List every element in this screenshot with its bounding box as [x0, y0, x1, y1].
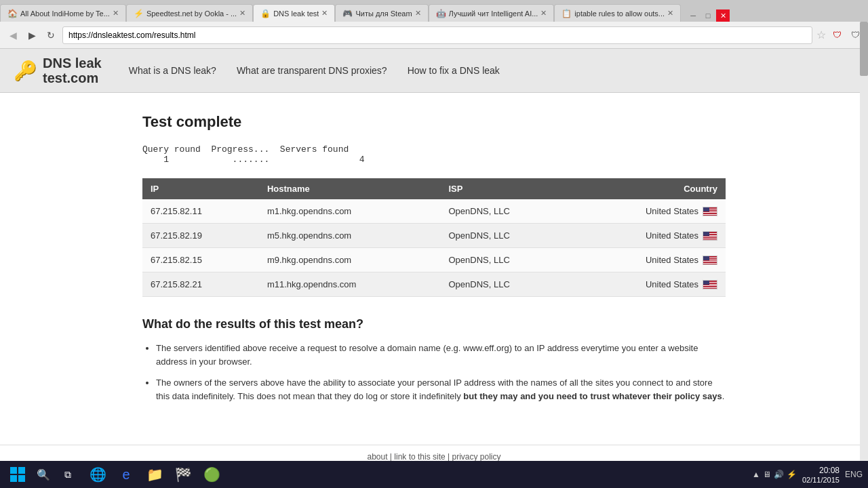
site-logo[interactable]: 🔑 DNS leaktest.com	[14, 56, 102, 85]
country-name: United States	[646, 255, 698, 265]
tab-close-1[interactable]: ✕	[113, 9, 119, 18]
cell-country: United States	[574, 199, 726, 224]
tab-favicon-1: 🏠	[7, 9, 17, 18]
window-controls: ─ □ ✕	[686, 9, 730, 22]
taskbar-app-chrome[interactable]: 🟢	[198, 462, 225, 468]
cell-hostname: m11.hkg.opendns.com	[259, 272, 441, 297]
tab-title-5: Лучший чит Intelligent AI...	[449, 9, 538, 18]
results-meaning-list: The servers identified above receive a r…	[142, 342, 726, 403]
taskbar-app-explorer[interactable]: 📁	[141, 462, 168, 468]
svg-rect-0	[10, 467, 17, 468]
website-container: 🔑 DNS leaktest.com What is a DNS leak? W…	[0, 49, 868, 468]
address-input[interactable]	[62, 26, 812, 44]
table-row: 67.215.82.11m1.hkg.opendns.comOpenDNS, L…	[142, 199, 726, 224]
tab-title-6: iptable rules to allow outs...	[574, 9, 665, 18]
minimize-button[interactable]: ─	[686, 9, 700, 22]
tab-close-2[interactable]: ✕	[239, 9, 245, 18]
table-row: 67.215.82.21m11.hkg.opendns.comOpenDNS, …	[142, 272, 726, 297]
nav-transparent-proxies[interactable]: What are transparent DNS proxies?	[237, 65, 387, 76]
us-flag-icon	[703, 280, 717, 289]
tab-favicon-4: 🎮	[342, 9, 352, 18]
taskbar-apps: 🌐 e 📁 🏁 🟢	[84, 462, 225, 468]
maximize-button[interactable]: □	[701, 9, 715, 22]
cell-isp: OpenDNS, LLC	[441, 248, 574, 272]
page-title: Test complete	[142, 113, 726, 131]
site-nav: What is a DNS leak? What are transparent…	[129, 65, 500, 76]
cell-isp: OpenDNS, LLC	[441, 224, 574, 248]
col-header-ip: IP	[142, 178, 259, 199]
footer-about-link[interactable]: about	[367, 452, 387, 462]
nav-what-is-dns-leak[interactable]: What is a DNS leak?	[129, 65, 216, 76]
svg-rect-1	[18, 467, 25, 468]
refresh-button[interactable]: ↻	[43, 28, 58, 43]
cell-isp: OpenDNS, LLC	[441, 272, 574, 297]
tab-5[interactable]: 🤖 Лучший чит Intelligent AI... ✕	[429, 4, 555, 22]
tab-close-3[interactable]: ✕	[321, 9, 328, 18]
bookmark-star-icon[interactable]: ☆	[816, 28, 826, 41]
us-flag-icon	[703, 207, 717, 216]
tab-favicon-5: 🤖	[436, 9, 446, 18]
tab-close-4[interactable]: ✕	[415, 9, 421, 18]
tab-4[interactable]: 🎮 Читы для Steam ✕	[335, 4, 428, 22]
tab-favicon-6: 📋	[561, 9, 571, 18]
taskbar-left: 🔍 ⧉ 🌐 e 📁 🏁 🟢	[5, 462, 225, 468]
back-button[interactable]: ◀	[5, 28, 20, 43]
table-row: 67.215.82.19m5.hkg.opendns.comOpenDNS, L…	[142, 224, 726, 248]
site-logo-text: DNS leaktest.com	[43, 56, 102, 85]
tab-close-6[interactable]: ✕	[667, 9, 673, 18]
cell-country: United States	[574, 272, 726, 297]
windows-logo-icon	[10, 467, 25, 468]
country-name: United States	[646, 279, 698, 289]
tab-3[interactable]: 🔒 DNS leak test ✕	[253, 4, 335, 22]
scrollbar-track[interactable]	[860, 22, 868, 461]
close-button[interactable]: ✕	[716, 9, 730, 22]
browser-window: 🏠 All About IndiHome by Te... ✕ ⚡ Speedt…	[0, 0, 868, 49]
tab-title-2: Speedtest.net by Ookla - ...	[146, 9, 237, 18]
cell-ip: 67.215.82.11	[142, 199, 259, 224]
dns-logo-icon: 🔑	[14, 60, 37, 82]
taskbar-app-store[interactable]: 🏁	[170, 462, 197, 468]
cell-isp: OpenDNS, LLC	[441, 199, 574, 224]
forward-button[interactable]: ▶	[24, 28, 39, 43]
country-name: United States	[646, 206, 698, 216]
scrollbar-thumb[interactable]	[860, 22, 868, 76]
nav-how-to-fix[interactable]: How to fix a DNS leak	[408, 65, 500, 76]
country-name: United States	[646, 230, 698, 241]
search-button[interactable]: 🔍	[33, 464, 54, 468]
taskbar-app-ie[interactable]: 🌐	[84, 462, 111, 468]
query-log-header: Query round Progress... Servers found	[142, 144, 726, 155]
col-header-isp: ISP	[441, 178, 574, 199]
shield-icon[interactable]: 🛡	[830, 28, 844, 41]
tab-title-3: DNS leak test	[273, 9, 319, 18]
tab-favicon-3: 🔒	[260, 9, 270, 18]
tab-close-5[interactable]: ✕	[540, 9, 547, 18]
results-meaning-title: What do the results of this test mean?	[142, 317, 726, 331]
cell-hostname: m9.hkg.opendns.com	[259, 248, 441, 272]
table-row: 67.215.82.15m9.hkg.opendns.comOpenDNS, L…	[142, 248, 726, 272]
cell-ip: 67.215.82.21	[142, 272, 259, 297]
cell-ip: 67.215.82.15	[142, 248, 259, 272]
results-table: IP Hostname ISP Country 67.215.82.11m1.h…	[142, 178, 726, 297]
address-bar-row: ◀ ▶ ↻ ☆ 🛡 🛡	[0, 22, 868, 49]
taskbar-clock: 20:08	[802, 465, 840, 468]
start-button[interactable]	[5, 462, 30, 468]
tab-1[interactable]: 🏠 All About IndiHome by Te... ✕	[0, 4, 126, 22]
footer-privacy-policy[interactable]: privacy policy	[452, 452, 500, 462]
tab-title-4: Читы для Steam	[355, 9, 412, 18]
tab-bar: 🏠 All About IndiHome by Te... ✕ ⚡ Speedt…	[0, 0, 868, 22]
taskbar-clock-area: 20:08 02/11/2015	[802, 465, 840, 468]
tab-title-1: All About IndiHome by Te...	[20, 9, 110, 18]
us-flag-icon	[703, 231, 717, 241]
tab-2[interactable]: ⚡ Speedtest.net by Ookla - ... ✕	[126, 4, 253, 22]
task-view-button[interactable]: ⧉	[57, 464, 79, 468]
col-header-country: Country	[574, 178, 726, 199]
meaning-bullet-1: The servers identified above receive a r…	[156, 342, 726, 368]
query-log: Query round Progress... Servers found 1 …	[142, 144, 726, 165]
us-flag-icon	[703, 256, 717, 265]
tab-6[interactable]: 📋 iptable rules to allow outs... ✕	[554, 4, 681, 22]
col-header-hostname: Hostname	[259, 178, 441, 199]
footer-link-to-site[interactable]: link to this site	[394, 452, 445, 462]
cell-country: United States	[574, 248, 726, 272]
cell-hostname: m5.hkg.opendns.com	[259, 224, 441, 248]
taskbar-app-edge[interactable]: e	[113, 462, 140, 468]
